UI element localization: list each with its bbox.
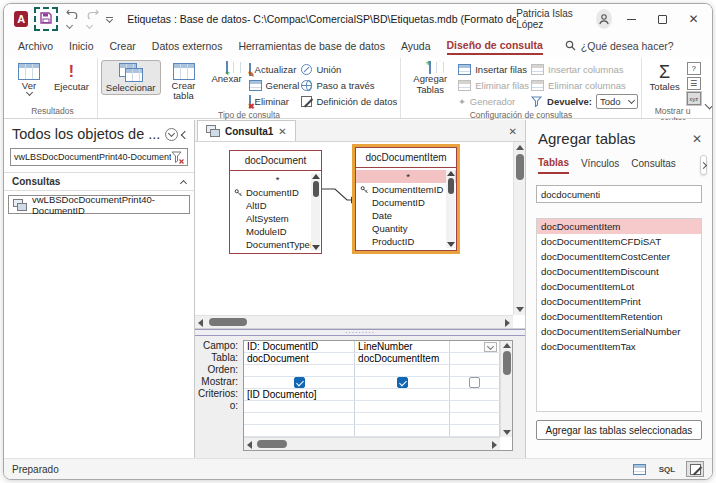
crear-tabla-button[interactable]: Crear tabla <box>163 60 205 104</box>
grid-cell-mostrar-col3[interactable] <box>450 377 500 388</box>
nombres-de-tabla-button[interactable]: xyz <box>687 92 701 105</box>
seleccionar-button[interactable]: Seleccionar <box>101 60 161 95</box>
agregar-tablas-button[interactable]: ＋ Agregar Tablas <box>404 60 456 97</box>
ejecutar-button[interactable]: ! Ejecutar <box>49 60 94 94</box>
grid-cell-tabla-col3[interactable] <box>450 353 500 364</box>
field-DocumentTypeID[interactable]: DocumentTypeID <box>234 238 309 251</box>
grid-cell-o-col3[interactable] <box>450 401 500 412</box>
general-button[interactable]: General <box>249 78 300 93</box>
panel-tabs-scroll-right[interactable] <box>700 155 707 175</box>
grid-cell-campo-col1[interactable]: ID: DocumentID <box>244 341 355 352</box>
table-list-item-docDocumentItem[interactable]: docDocumentItem <box>537 219 701 234</box>
grid-cell-tabla-col2[interactable]: docDocumentItem <box>355 353 450 364</box>
grid-cell-o-col2[interactable] <box>355 401 450 412</box>
field-AltSystem[interactable]: AltSystem <box>234 212 309 225</box>
close-document-button[interactable]: ✕ <box>509 126 525 141</box>
grid-cell-campo-col2[interactable]: LineNumber <box>355 341 450 352</box>
field-star[interactable]: * <box>356 170 456 183</box>
panel-search-box[interactable] <box>536 185 702 203</box>
tab-diseno-de-consulta[interactable]: Diseño de consulta <box>447 37 543 55</box>
clear-filter-icon[interactable] <box>171 151 184 164</box>
hoja-propiedades-button[interactable]: ☰ <box>687 77 701 90</box>
anexar-button[interactable]: ＋ Anexar <box>207 60 247 87</box>
tab-crear[interactable]: Crear <box>110 38 136 54</box>
mostrar-checkbox-col3[interactable] <box>469 377 480 388</box>
undo-dropdown-icon[interactable] <box>66 22 73 29</box>
table-list-item-docDocumentItemRetention[interactable]: docDocumentItemRetention <box>537 309 701 324</box>
save-button[interactable] <box>39 11 53 27</box>
parametros-button[interactable]: ? <box>687 62 701 75</box>
table-card-docDocument[interactable]: docDocument*DocumentIDAltIDAltSystemModu… <box>229 150 322 254</box>
generador-button[interactable]: ✦ Generador <box>458 94 529 109</box>
field-Quantity[interactable]: Quantity <box>360 222 444 235</box>
sql-view-button[interactable]: SQL <box>658 461 676 477</box>
field-ProductID[interactable]: ProductID <box>360 235 444 248</box>
totales-button[interactable]: Σ Totales <box>645 60 685 94</box>
nav-collapse-button[interactable] <box>182 129 188 140</box>
maximize-button[interactable] <box>652 8 673 30</box>
tab-archivo[interactable]: Archivo <box>18 38 53 54</box>
grid-cell-b1-col3[interactable] <box>450 413 500 424</box>
grid-cell-b2-col1[interactable] <box>244 425 355 436</box>
field-dropdown-icon[interactable] <box>484 342 497 352</box>
table-list-item-docDocumentItemSerialNumber[interactable]: docDocumentItemSerialNumber <box>537 324 701 339</box>
add-selected-tables-button[interactable]: Agregar las tablas seleccionadas <box>536 420 702 440</box>
table-list-item-docDocumentItemCostCenter[interactable]: docDocumentItemCostCenter <box>537 249 701 264</box>
canvas-horizontal-scrollbar[interactable] <box>195 315 513 328</box>
grid-cell-tabla-col1[interactable]: docDocument <box>244 353 355 364</box>
tab-ayuda[interactable]: Ayuda <box>401 38 431 54</box>
grid-cell-o-col1[interactable] <box>244 401 355 412</box>
nav-pane-title[interactable]: Todos los objetos de ... <box>12 126 161 142</box>
field-Date[interactable]: Date <box>360 209 444 222</box>
collapse-group-icon[interactable] <box>180 179 187 186</box>
grid-cell-criterios-col1[interactable]: [ID Documento] <box>244 389 355 400</box>
panel-tab-tablas[interactable]: Tablas <box>538 157 569 174</box>
grid-cell-campo-col3[interactable] <box>450 341 500 352</box>
tellme-search[interactable]: ¿Qué desea hacer? <box>565 40 674 52</box>
grid-cell-b2-col2[interactable] <box>355 425 450 436</box>
account-avatar-icon[interactable] <box>596 9 612 29</box>
user-name[interactable]: Patricia Islas López <box>516 8 585 30</box>
field-DocumentID[interactable]: DocumentID <box>360 196 444 209</box>
eliminar-columnas-button[interactable]: Eliminar columnas <box>531 78 638 93</box>
nav-item-vwLBSDocDocumentPrint40-DocumentID[interactable]: vwLBSDocDocumentPrint40-DocumentID <box>8 195 190 214</box>
grid-cell-criterios-col3[interactable] <box>450 389 500 400</box>
design-grid[interactable]: ID: DocumentIDLineNumberdocDocumentdocDo… <box>243 340 513 451</box>
redo-button[interactable] <box>86 8 99 31</box>
nav-group-consultas[interactable]: Consultas <box>4 172 194 191</box>
grid-vertical-scrollbar[interactable] <box>500 341 512 437</box>
ver-dropdown-icon[interactable] <box>25 89 32 96</box>
design-view-button[interactable] <box>686 461 704 477</box>
grid-cell-orden-col1[interactable] <box>244 365 355 376</box>
design-canvas[interactable]: docDocument*DocumentIDAltIDAltSystemModu… <box>195 142 513 315</box>
grid-cell-b1-col2[interactable] <box>355 413 450 424</box>
insertar-filas-button[interactable]: Insertar filas <box>458 62 529 77</box>
fieldlist-scrollbar[interactable] <box>311 173 320 251</box>
devuelve-dropdown[interactable]: Todo <box>596 94 638 109</box>
nav-search-box[interactable] <box>10 148 188 166</box>
nav-search-input[interactable] <box>14 152 171 162</box>
tables-list[interactable]: docDocumentItemdocDocumentItemCFDiSATdoc… <box>536 218 702 412</box>
field-AltID[interactable]: AltID <box>234 199 309 212</box>
table-card-title[interactable]: docDocument <box>230 151 321 171</box>
table-list-item-docDocumentItemDiscount[interactable]: docDocumentItemDiscount <box>537 264 701 279</box>
eliminar-filas-button[interactable]: Eliminar filas <box>458 78 529 93</box>
tab-datos-externos[interactable]: Datos externos <box>152 38 223 54</box>
mostrar-checkbox-col2[interactable] <box>397 377 408 388</box>
tab-herramientas[interactable]: Herramientas de base de datos <box>238 38 385 54</box>
tab-inicio[interactable]: Inicio <box>69 38 94 54</box>
grid-cell-mostrar-col1[interactable] <box>244 377 355 388</box>
canvas-vertical-scrollbar[interactable] <box>513 142 525 315</box>
nav-menu-dropdown-icon[interactable] <box>165 128 178 141</box>
field-DocumentID[interactable]: DocumentID <box>234 186 309 199</box>
eliminar-button[interactable]: ✖ Eliminar <box>249 94 300 109</box>
fieldlist-scrollbar[interactable] <box>446 170 455 248</box>
paso-a-traves-button[interactable]: Paso a través <box>301 78 397 93</box>
actualizar-button[interactable]: ✎ Actualizar <box>249 62 300 77</box>
table-list-item-docDocumentItemTax[interactable]: docDocumentItemTax <box>537 339 701 354</box>
definicion-de-datos-button[interactable]: Definición de datos <box>301 94 397 109</box>
grid-cell-criterios-col2[interactable] <box>355 389 450 400</box>
mostrar-checkbox-col1[interactable] <box>294 377 305 388</box>
table-list-item-docDocumentItemCFDiSAT[interactable]: docDocumentItemCFDiSAT <box>537 234 701 249</box>
grid-cell-mostrar-col2[interactable] <box>355 377 450 388</box>
